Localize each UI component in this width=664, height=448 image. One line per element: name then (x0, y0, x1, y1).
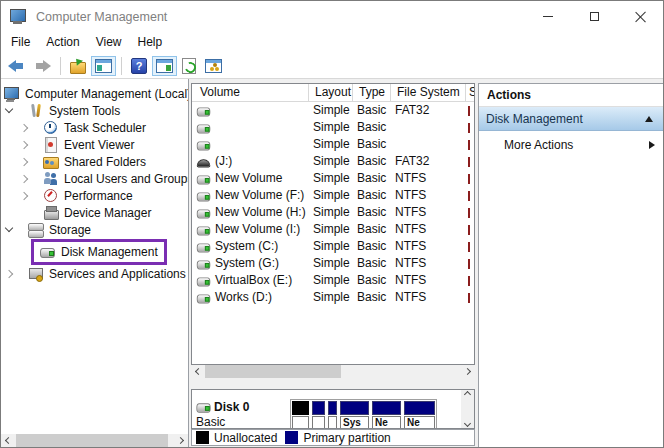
status-text-fragment (468, 106, 470, 116)
tree-item-storage[interactable]: Storage (1, 221, 188, 238)
volume-name: VirtualBox (E:) (215, 272, 292, 289)
volume-type: Basic (353, 272, 391, 289)
volume-row-new-volume-h[interactable]: New Volume (H:)SimpleBasicNTFS (192, 204, 474, 221)
column-header-layout[interactable]: Layout (309, 84, 353, 101)
tree-item-label: Shared Folders (64, 155, 146, 169)
partition-primary-3[interactable]: Sys (340, 401, 369, 429)
volume-row-virtualbox-e[interactable]: VirtualBox (E:)SimpleBasicNTFS (192, 272, 474, 289)
column-header-file-system[interactable]: File System (391, 84, 466, 101)
forward-button[interactable] (30, 55, 55, 77)
chevron-collapsed-icon[interactable] (20, 140, 28, 148)
volume-row-system-c[interactable]: System (C:)SimpleBasicNTFS (192, 238, 474, 255)
chevron-expanded-icon[interactable] (5, 105, 13, 113)
console-tree: Computer Management (Local)System ToolsT… (1, 79, 188, 282)
actions-pane-title: Actions (479, 84, 663, 107)
tree-item-shared-folders[interactable]: Shared Folders (1, 153, 188, 170)
volume-row-0[interactable]: SimpleBasicFAT32 (192, 102, 474, 119)
action-pane-toggle-button[interactable] (152, 56, 177, 76)
toolbar (1, 53, 663, 79)
actions-group-disk-management[interactable]: Disk Management (479, 107, 663, 131)
scroll-left-button[interactable] (191, 365, 204, 378)
rescan-disks-button[interactable] (201, 56, 226, 76)
scroll-up-icon[interactable] (464, 391, 471, 398)
scroll-left-button[interactable] (1, 434, 14, 447)
volume-layout: Simple (309, 187, 353, 204)
chevron-collapsed-icon[interactable] (20, 174, 28, 182)
export-list-button[interactable] (66, 55, 90, 77)
volume-horizontal-scrollbar[interactable] (191, 365, 475, 378)
menu-help[interactable]: Help (130, 32, 171, 53)
disk-header[interactable]: Disk 0 (196, 399, 249, 415)
status-text-fragment (468, 208, 470, 218)
partition-label (312, 416, 325, 429)
disk-vertical-scrollbar[interactable] (461, 390, 474, 428)
volume-layout: Simple (309, 272, 353, 289)
volume-name-cell: New Volume (192, 170, 309, 187)
tree-item-device-manager[interactable]: Device Manager (1, 204, 188, 221)
partition-primary-2[interactable] (328, 401, 337, 429)
column-header-type[interactable]: Type (353, 84, 391, 101)
volume-row-j[interactable]: (J:)SimpleBasicFAT32 (192, 153, 474, 170)
chevron-slot (18, 176, 43, 182)
volume-row-new-volume-f[interactable]: New Volume (F:)SimpleBasicNTFS (192, 187, 474, 204)
chevron-collapsed-icon[interactable] (20, 157, 28, 165)
volume-row-new-volume[interactable]: New VolumeSimpleBasicNTFS (192, 170, 474, 187)
volume-layout: Simple (309, 289, 353, 306)
back-button[interactable] (4, 55, 29, 77)
volume-icon (197, 103, 211, 117)
volume-row-new-volume-i[interactable]: New Volume (I:)SimpleBasicNTFS (192, 221, 474, 238)
legend-label: Primary partition (303, 431, 390, 445)
tree-item-computer-management-local[interactable]: Computer Management (Local) (1, 85, 188, 102)
tree-horizontal-scrollbar[interactable] (1, 434, 188, 447)
partition-primary-1[interactable] (312, 401, 325, 429)
tree-item-disk-management[interactable]: Disk Management (1, 238, 188, 265)
console-tree-toggle-button[interactable] (91, 56, 116, 76)
maximize-button[interactable] (571, 1, 617, 32)
volume-row-1[interactable]: SimpleBasic (192, 119, 474, 136)
scroll-down-icon[interactable] (464, 420, 471, 427)
minimize-button[interactable] (525, 1, 571, 32)
column-header-volume[interactable]: Volume (192, 84, 309, 101)
column-header-s[interactable]: S (466, 84, 475, 101)
chevron-collapsed-icon[interactable] (20, 191, 28, 199)
volume-name-cell: VirtualBox (E:) (192, 272, 309, 289)
partition-primary-4[interactable]: Ne (372, 401, 401, 429)
volume-status-clipped (466, 136, 475, 153)
tree-item-local-users-and-groups[interactable]: Local Users and Groups (1, 170, 188, 187)
menu-file[interactable]: File (3, 32, 38, 53)
volume-row-works-d[interactable]: Works (D:)SimpleBasicNTFS (192, 289, 474, 306)
chevron-expanded-icon[interactable] (5, 224, 13, 232)
volume-row-2[interactable]: SimpleBasic (192, 136, 474, 153)
export-list-icon (70, 58, 86, 74)
tree-scrollbar-thumb[interactable] (16, 434, 168, 447)
volume-filesystem: NTFS (391, 272, 466, 289)
chevron-collapsed-icon[interactable] (5, 269, 13, 277)
more-actions-item[interactable]: More Actions (479, 131, 663, 158)
disk-type: Basic (196, 415, 225, 429)
volume-scrollbar-thumb[interactable] (205, 365, 341, 378)
volume-row-system-g[interactable]: System (G:)SimpleBasicNTFS (192, 255, 474, 272)
scroll-right-button[interactable] (462, 365, 475, 378)
tree-item-performance[interactable]: Performance (1, 187, 188, 204)
chevron-slot (3, 228, 28, 231)
maximize-icon (590, 12, 599, 21)
volume-icon (197, 222, 211, 236)
menu-action[interactable]: Action (38, 32, 87, 53)
tree-item-system-tools[interactable]: System Tools (1, 102, 188, 119)
partition-unallocated-0[interactable] (292, 401, 309, 429)
volume-name: New Volume (H:) (215, 204, 306, 221)
collapse-group-icon[interactable] (645, 116, 653, 122)
tree-item-services-and-applications[interactable]: Services and Applications (1, 265, 188, 282)
partition-primary-5[interactable]: Ne (404, 401, 435, 429)
tree-item-event-viewer[interactable]: Event Viewer (1, 136, 188, 153)
scroll-right-button[interactable] (175, 434, 188, 447)
chevron-collapsed-icon[interactable] (20, 123, 28, 131)
tree-item-task-scheduler[interactable]: Task Scheduler (1, 119, 188, 136)
volume-type: Basic (353, 238, 391, 255)
volume-filesystem: NTFS (391, 170, 466, 187)
help-button[interactable] (127, 55, 151, 77)
menu-view[interactable]: View (88, 32, 130, 53)
chevron-slot (18, 125, 43, 131)
close-button[interactable] (617, 1, 663, 32)
refresh-button[interactable] (178, 55, 200, 77)
